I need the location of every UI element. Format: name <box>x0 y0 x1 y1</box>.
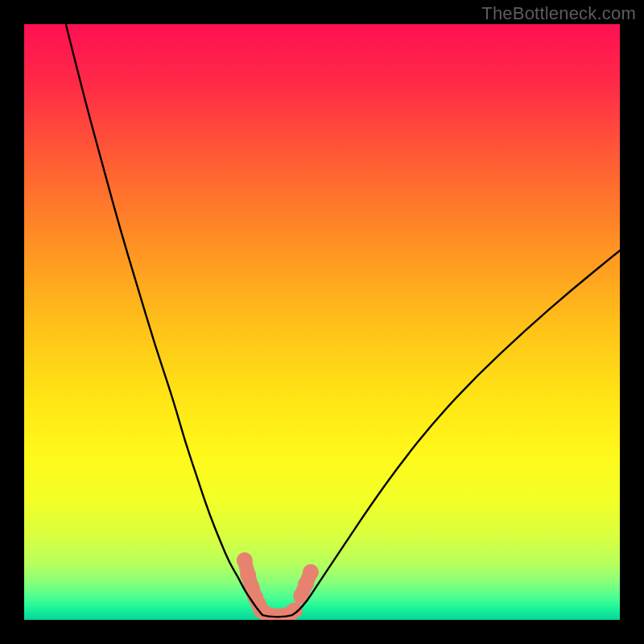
chart-frame: TheBottleneck.com <box>0 0 644 644</box>
plot-area <box>24 24 620 620</box>
curve-layer <box>24 24 620 620</box>
bottleneck-curve <box>66 24 620 617</box>
marker-dot <box>237 552 253 568</box>
marker-dot <box>303 564 319 580</box>
watermark-text: TheBottleneck.com <box>481 3 636 24</box>
